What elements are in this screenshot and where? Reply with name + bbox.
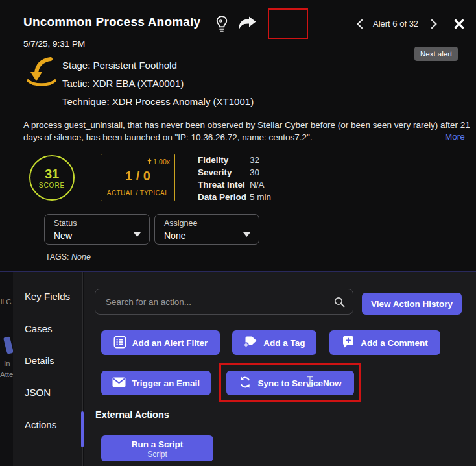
trigger-email-label: Trigger an Email — [132, 378, 200, 388]
background-text-fragment: ll C — [1, 298, 12, 306]
view-action-history-button[interactable]: View Action History — [362, 293, 462, 315]
alert-pagination-label: Alert 6 of 32 — [373, 19, 418, 29]
close-icon[interactable] — [454, 19, 464, 29]
page-title: Uncommon Process Anomaly — [23, 15, 200, 29]
stat-value: 5 min — [250, 192, 271, 204]
share-forward-icon[interactable] — [237, 16, 257, 31]
description-more-link[interactable]: More — [445, 132, 465, 141]
insight-lightbulb-icon[interactable] — [215, 15, 229, 32]
alert-detail-panel: Uncommon Process Anomaly Alert 6 of 32 N… — [0, 0, 476, 271]
stat-label: Threat Intel — [198, 180, 250, 192]
tags-value: None — [71, 252, 91, 262]
chevron-down-icon — [134, 228, 141, 239]
view-action-history-label: View Action History — [371, 299, 453, 309]
status-dropdown-label: Status — [54, 219, 77, 228]
annotation-highlight-box — [268, 8, 308, 39]
envelope-icon — [112, 377, 126, 389]
external-actions-title: External Actions — [95, 410, 169, 420]
assignee-dropdown-value: None — [164, 230, 185, 241]
stat-row: Threat Intel N/A — [198, 180, 271, 192]
alert-description: A process guest_uninstall, that has neve… — [23, 119, 476, 143]
action-search[interactable] — [95, 289, 353, 315]
stat-label: Fidelity — [198, 155, 250, 167]
add-tag-label: Add a Tag — [263, 338, 305, 348]
search-icon — [334, 297, 345, 310]
stat-row: Fidelity 32 — [198, 155, 271, 167]
run-script-button[interactable]: Run a Script Script — [101, 435, 213, 461]
alert-timestamp: 5/7/25, 9:31 PM — [23, 39, 85, 49]
background-text-fragment: Atte — [0, 371, 13, 378]
stat-value: 32 — [250, 155, 259, 167]
section-divider — [95, 428, 265, 428]
add-comment-button[interactable]: Add a Comment — [329, 330, 440, 355]
list-filter-icon — [113, 336, 126, 350]
add-comment-label: Add a Comment — [361, 338, 428, 348]
tab-cases[interactable]: Cases — [25, 323, 53, 334]
background-text-fragment: In — [4, 360, 10, 367]
add-alert-filter-label: Add an Alert Filter — [132, 338, 208, 348]
tab-actions[interactable]: Actions — [25, 419, 56, 430]
tags-label: TAGS: — [45, 252, 69, 262]
stat-value: N/A — [250, 180, 265, 192]
stage-label: Stage: Persistent Foothold — [62, 60, 177, 71]
next-alert-tooltip: Next alert — [414, 47, 458, 61]
background-blue-icon — [3, 336, 14, 354]
next-alert-chevron-icon[interactable] — [431, 19, 438, 29]
kill-chain-stage-icon — [25, 56, 58, 92]
annotation-highlight-box — [219, 363, 361, 402]
alert-stats: Fidelity 32 Severity 30 Threat Intel N/A… — [198, 155, 271, 204]
assignee-dropdown[interactable]: Assignee None — [154, 214, 259, 245]
ratio-caption: ACTUAL / TYPICAL — [101, 190, 174, 197]
mouse-cursor — [307, 376, 313, 390]
tag-plus-icon — [243, 336, 257, 350]
comment-plus-icon — [342, 336, 355, 350]
add-tag-button[interactable]: Add a Tag — [232, 330, 316, 355]
tab-sidebar: Key Fields Cases Details JSON Actions — [13, 272, 83, 466]
stat-row: Data Period 5 min — [198, 192, 271, 204]
stat-value: 30 — [250, 167, 259, 180]
status-dropdown-value: New — [54, 230, 72, 241]
technique-label: Technique: XDR Process Anomaly (XT1001) — [62, 96, 254, 107]
chevron-down-icon — [243, 228, 250, 239]
tags-line: TAGS: None — [45, 252, 91, 262]
tab-details[interactable]: Details — [25, 355, 54, 366]
run-script-label: Run a Script — [132, 439, 184, 450]
actual-typical-box: 1.00x 1 / 0 ACTUAL / TYPICAL — [101, 154, 175, 201]
action-search-input[interactable] — [95, 289, 353, 314]
status-dropdown[interactable]: Status New — [44, 214, 150, 245]
tab-json[interactable]: JSON — [25, 387, 51, 398]
alert-score-badge: 31 SCORE — [29, 155, 75, 201]
score-label: SCORE — [39, 182, 65, 189]
ratio-value: 1 / 0 — [101, 169, 174, 184]
actions-tab-content: View Action History Add an Alert Filter — [84, 272, 476, 466]
add-alert-filter-button[interactable]: Add an Alert Filter — [101, 330, 220, 355]
assignee-dropdown-label: Assignee — [164, 219, 197, 228]
section-divider — [346, 428, 469, 428]
ratio-multiplier: 1.00x — [147, 158, 170, 166]
tactic-label: Tactic: XDR EBA (XTA0001) — [62, 78, 184, 89]
ratio-multiplier-value: 1.00x — [153, 158, 170, 166]
score-value: 31 — [45, 167, 59, 181]
prev-alert-chevron-icon[interactable] — [356, 19, 363, 29]
up-arrow-icon — [147, 158, 152, 165]
run-script-sublabel: Script — [147, 450, 167, 460]
alert-tabs-section: ll C In Atte Key Fields Cases Details JS… — [0, 271, 476, 466]
trigger-email-button[interactable]: Trigger an Email — [101, 371, 211, 395]
stat-label: Data Period — [198, 192, 250, 204]
stat-row: Severity 30 — [198, 167, 271, 180]
tab-key-fields[interactable]: Key Fields — [25, 291, 70, 302]
stat-label: Severity — [198, 167, 250, 180]
